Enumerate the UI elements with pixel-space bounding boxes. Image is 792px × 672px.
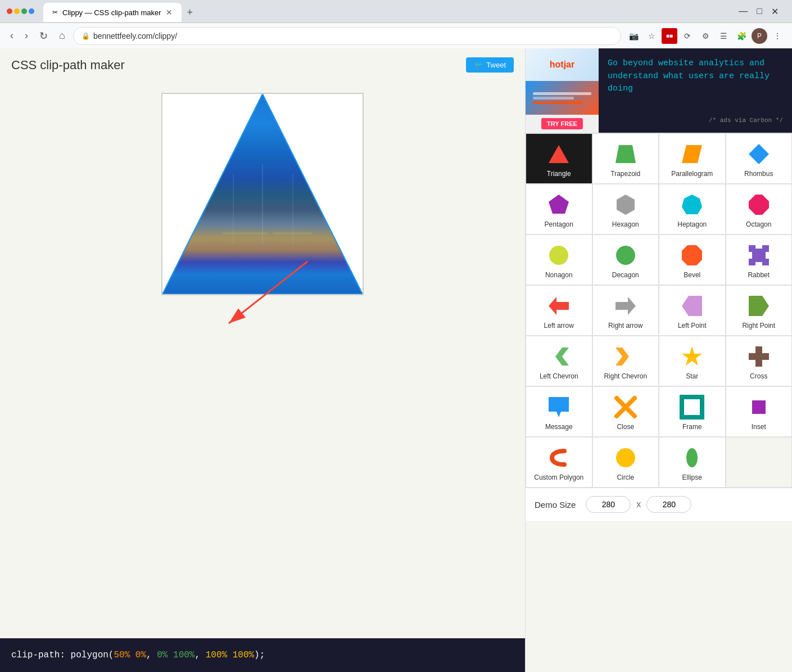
svg-marker-13 bbox=[682, 245, 702, 265]
tweet-button[interactable]: 🐦 Tweet bbox=[466, 57, 514, 73]
decagon-icon bbox=[613, 243, 638, 268]
tab-bar: ✂ Clippy — CSS clip-path maker ✕ + bbox=[39, 1, 727, 22]
shape-inset[interactable]: Inset bbox=[726, 386, 793, 437]
shape-right-point[interactable]: Right Point bbox=[726, 285, 793, 336]
shape-octagon[interactable]: Octagon bbox=[726, 184, 793, 234]
circle-label: Circle bbox=[617, 473, 634, 481]
custom-polygon-icon bbox=[546, 445, 571, 470]
menu-icon[interactable]: ⋮ bbox=[770, 28, 785, 44]
clip-image-container bbox=[162, 94, 363, 294]
octagon-icon bbox=[746, 192, 771, 217]
triangle-label: Triangle bbox=[547, 170, 571, 178]
shape-frame[interactable]: Frame bbox=[659, 386, 726, 437]
shape-nonagon[interactable]: Nonagon bbox=[526, 234, 592, 285]
maximize-button[interactable]: □ bbox=[757, 6, 762, 17]
demo-size-height[interactable] bbox=[646, 496, 691, 513]
control-point-bottom-left[interactable] bbox=[161, 294, 166, 295]
trapezoid-label: Trapezoid bbox=[610, 170, 640, 178]
svg-marker-6 bbox=[749, 144, 769, 164]
shape-trapezoid[interactable]: Trapezoid bbox=[592, 133, 659, 184]
left-arrow-label: Left arrow bbox=[544, 322, 574, 330]
code-suffix: ); bbox=[254, 650, 265, 660]
svg-marker-16 bbox=[616, 297, 636, 315]
svg-marker-4 bbox=[616, 145, 636, 163]
back-button[interactable]: ‹ bbox=[7, 29, 17, 43]
right-arrow-label: Right arrow bbox=[608, 322, 642, 330]
tab-title: Clippy — CSS clip-path maker bbox=[62, 8, 161, 17]
rabbet-label: Rabbet bbox=[748, 271, 770, 279]
ad-try-button[interactable]: TRY FREE bbox=[526, 115, 599, 133]
puzzle-icon[interactable]: 🧩 bbox=[734, 28, 749, 44]
left-point-label: Left Point bbox=[678, 322, 707, 330]
svg-marker-15 bbox=[549, 297, 569, 315]
settings-icon[interactable]: ⚙ bbox=[698, 28, 713, 44]
ad-text: Go beyond website analytics and understa… bbox=[599, 48, 792, 133]
shape-circle[interactable]: Circle bbox=[592, 437, 659, 488]
try-free-button[interactable]: TRY FREE bbox=[541, 118, 583, 129]
page-title: CSS clip-path maker bbox=[11, 58, 125, 73]
ellipse-icon bbox=[680, 445, 704, 470]
shape-pentagon[interactable]: Pentagon bbox=[526, 184, 592, 234]
shape-rhombus[interactable]: Rhombus bbox=[726, 133, 793, 184]
home-button[interactable]: ⌂ bbox=[56, 29, 69, 43]
code-comma1: , bbox=[146, 650, 157, 660]
svg-marker-19 bbox=[555, 348, 569, 366]
shape-right-arrow[interactable]: Right arrow bbox=[592, 285, 659, 336]
shape-message[interactable]: Message bbox=[526, 386, 592, 437]
profile-icon[interactable]: P bbox=[752, 28, 767, 44]
forward-button[interactable]: › bbox=[21, 29, 31, 43]
circle-icon bbox=[613, 445, 638, 470]
svg-marker-8 bbox=[617, 195, 635, 215]
tab-close-button[interactable]: ✕ bbox=[166, 8, 173, 17]
active-tab[interactable]: ✂ Clippy — CSS clip-path maker ✕ bbox=[43, 3, 182, 22]
url-box[interactable]: 🔒 bennettfeely.com/clippy/ bbox=[73, 27, 621, 45]
shape-left-arrow[interactable]: Left arrow bbox=[526, 285, 592, 336]
shape-triangle[interactable]: Triangle bbox=[526, 133, 592, 184]
code-output: clip-path: polygon(50% 0%, 0% 100%, 100%… bbox=[11, 650, 265, 660]
tweet-label: Tweet bbox=[486, 61, 506, 69]
new-tab-button[interactable]: + bbox=[182, 3, 199, 22]
camera-icon[interactable]: 📷 bbox=[626, 28, 641, 44]
inset-label: Inset bbox=[752, 423, 766, 431]
shape-hexagon[interactable]: Hexagon bbox=[592, 184, 659, 234]
svg-marker-18 bbox=[749, 296, 769, 316]
refresh-button[interactable]: ↻ bbox=[36, 29, 51, 43]
shape-bevel[interactable]: Bevel bbox=[659, 234, 726, 285]
left-point-icon bbox=[680, 294, 704, 318]
minimize-button[interactable]: — bbox=[739, 6, 748, 17]
control-point-bottom-right[interactable] bbox=[359, 294, 364, 295]
shape-left-point[interactable]: Left Point bbox=[659, 285, 726, 336]
shape-custom-polygon[interactable]: Custom Polygon bbox=[526, 437, 592, 488]
clip-canvas[interactable] bbox=[161, 93, 364, 295]
ad-image: hotjar TRY FREE bbox=[526, 48, 599, 133]
canvas-area bbox=[0, 82, 525, 306]
svg-marker-20 bbox=[616, 348, 629, 366]
shape-decagon[interactable]: Decagon bbox=[592, 234, 659, 285]
shape-close[interactable]: Close bbox=[592, 386, 659, 437]
shape-parallelogram[interactable]: Parallelogram bbox=[659, 133, 726, 184]
extensions-icon[interactable]: ■■ bbox=[662, 28, 677, 44]
shape-rabbet[interactable]: Rabbet bbox=[726, 234, 793, 285]
demo-size-row: Demo Size x bbox=[526, 488, 792, 521]
shape-cross[interactable]: Cross bbox=[726, 336, 793, 386]
shape-right-chevron[interactable]: Right Chevron bbox=[592, 336, 659, 386]
bevel-label: Bevel bbox=[684, 271, 700, 279]
right-panel: hotjar TRY FREE Go beyond website analyt… bbox=[525, 48, 792, 672]
shape-star[interactable]: Star bbox=[659, 336, 726, 386]
right-point-label: Right Point bbox=[742, 322, 775, 330]
translate-icon[interactable]: ⟳ bbox=[680, 28, 695, 44]
page-header: CSS clip-path maker 🐦 Tweet bbox=[0, 48, 525, 82]
svg-marker-5 bbox=[682, 145, 702, 163]
ellipse-label: Ellipse bbox=[682, 473, 702, 481]
close-button[interactable]: ✕ bbox=[771, 6, 779, 17]
svg-marker-17 bbox=[682, 296, 702, 316]
shape-ellipse[interactable]: Ellipse bbox=[659, 437, 726, 488]
demo-size-width[interactable] bbox=[586, 496, 631, 513]
star-icon[interactable]: ☆ bbox=[644, 28, 659, 44]
nonagon-label: Nonagon bbox=[545, 271, 573, 279]
shape-heptagon[interactable]: Heptagon bbox=[659, 184, 726, 234]
svg-marker-3 bbox=[549, 145, 569, 163]
twitter-icon: 🐦 bbox=[474, 61, 483, 69]
reader-icon[interactable]: ☰ bbox=[716, 28, 731, 44]
shape-left-chevron[interactable]: Left Chevron bbox=[526, 336, 592, 386]
